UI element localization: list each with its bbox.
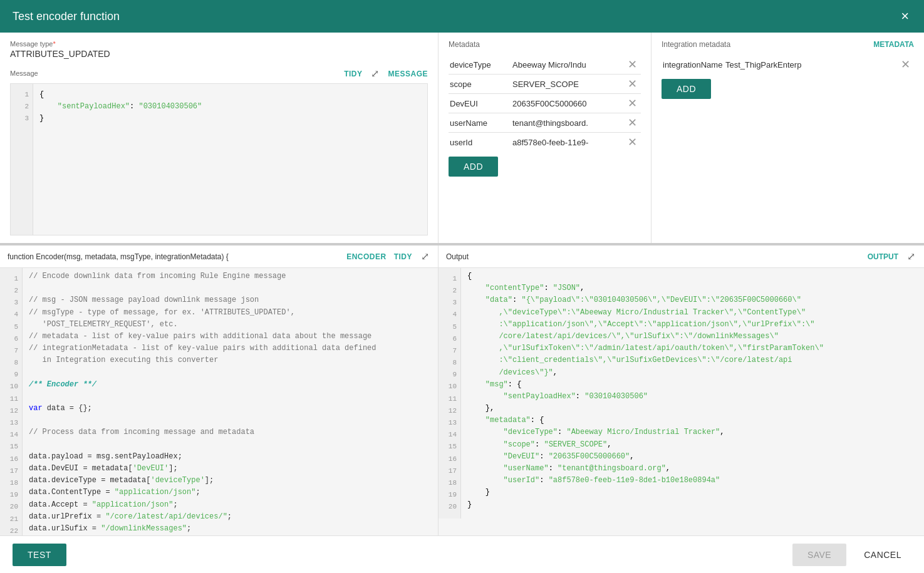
encoder-code-content: // Encode downlink data from incoming Ru… bbox=[23, 268, 438, 535]
metadata-title: Metadata bbox=[449, 40, 480, 49]
integration-table: integrationName Test_ThigParkEnterp ✕ bbox=[662, 55, 914, 74]
dialog-footer: TEST SAVE CANCEL bbox=[0, 535, 924, 573]
metadata-row: DevEUI 20635F00C5000660 ✕ bbox=[449, 94, 641, 113]
meta-delete-cell: ✕ bbox=[623, 133, 641, 152]
meta-delete-cell: ✕ bbox=[623, 113, 641, 133]
cancel-button[interactable]: CANCEL bbox=[854, 544, 911, 566]
meta-delete-button[interactable]: ✕ bbox=[625, 77, 640, 91]
message-code-content: { "sentPayloadHex": "030104030506" } bbox=[33, 84, 427, 235]
message-expand-button[interactable]: ⤢ bbox=[370, 66, 380, 81]
integration-value: Test_ThigParkEnterp bbox=[724, 55, 896, 74]
meta-delete-cell: ✕ bbox=[623, 94, 641, 113]
integration-metadata-panel: Integration metadata METADATA integratio… bbox=[651, 33, 924, 243]
meta-key: userName bbox=[449, 113, 511, 133]
metadata-tag[interactable]: METADATA bbox=[873, 40, 914, 49]
metadata-row: userName tenant@thingsboard. ✕ bbox=[449, 113, 641, 133]
output-label: Output bbox=[446, 252, 469, 261]
integration-panel-header: Integration metadata METADATA bbox=[662, 40, 914, 49]
message-label: Message bbox=[10, 70, 38, 77]
output-expand-button[interactable]: ⤢ bbox=[906, 249, 916, 264]
save-button[interactable]: SAVE bbox=[792, 544, 846, 566]
encoder-tag-button[interactable]: ENCODER bbox=[346, 252, 387, 261]
encoder-expand-button[interactable]: ⤢ bbox=[420, 249, 430, 264]
meta-value: a8f578e0-feeb-11e9- bbox=[511, 133, 623, 152]
dialog-body: Message type* ATTRIBUTES_UPDATED Message… bbox=[0, 33, 924, 535]
message-type-label: Message type* bbox=[10, 40, 428, 48]
test-encoder-dialog: Test encoder function × Message type* AT… bbox=[0, 0, 924, 573]
integration-delete-button[interactable]: ✕ bbox=[898, 58, 913, 71]
dialog-title: Test encoder function bbox=[13, 10, 120, 23]
message-code-editor[interactable]: 1 2 3 { "sentPayloadHex": "030104030506"… bbox=[10, 83, 428, 235]
output-header: Output OUTPUT ⤢ bbox=[439, 245, 924, 268]
message-panel: Message type* ATTRIBUTES_UPDATED Message… bbox=[0, 33, 439, 243]
meta-value: Abeeway Micro/Indu bbox=[511, 55, 623, 75]
output-tag[interactable]: OUTPUT bbox=[868, 252, 898, 261]
tidy-button[interactable]: TIDY bbox=[344, 70, 362, 78]
metadata-panel: Metadata deviceType Abeeway Micro/Indu ✕… bbox=[439, 33, 651, 243]
output-code-content: { "contentType": "JSON", "data": "{\"pay… bbox=[461, 268, 924, 519]
output-line-numbers: 1234567891011121314151617181920 bbox=[439, 268, 461, 519]
integration-add-button[interactable]: ADD bbox=[662, 79, 711, 99]
metadata-table: deviceType Abeeway Micro/Indu ✕ scope SE… bbox=[449, 55, 641, 152]
meta-delete-button[interactable]: ✕ bbox=[625, 116, 640, 130]
meta-value: 20635F00C5000660 bbox=[511, 94, 623, 113]
encoder-function-label: function Encoder(msg, metadata, msgType,… bbox=[8, 252, 346, 261]
meta-value: SERVER_SCOPE bbox=[511, 75, 623, 94]
meta-key: userId bbox=[449, 133, 511, 152]
metadata-panel-header: Metadata bbox=[449, 40, 641, 49]
close-button[interactable]: × bbox=[898, 7, 911, 26]
bottom-section: function Encoder(msg, metadata, msgType,… bbox=[0, 245, 924, 535]
encoder-panel: function Encoder(msg, metadata, msgType,… bbox=[0, 245, 439, 535]
metadata-row: scope SERVER_SCOPE ✕ bbox=[449, 75, 641, 94]
integration-key: integrationName bbox=[662, 55, 724, 74]
output-code-editor[interactable]: 1234567891011121314151617181920 { "conte… bbox=[439, 268, 924, 535]
encoder-tags: ENCODER TIDY ⤢ bbox=[346, 249, 430, 264]
dialog-header: Test encoder function × bbox=[0, 0, 924, 33]
meta-key: scope bbox=[449, 75, 511, 94]
message-header: Message TIDY ⤢ MESSAGE bbox=[10, 66, 428, 81]
encoder-header: function Encoder(msg, metadata, msgType,… bbox=[0, 245, 438, 268]
encoder-line-numbers: 1234567891011121314151617181920212223242… bbox=[0, 268, 23, 535]
integration-metadata-title: Integration metadata bbox=[662, 40, 730, 49]
metadata-add-button[interactable]: ADD bbox=[449, 157, 498, 177]
message-tag-button[interactable]: MESSAGE bbox=[388, 70, 428, 78]
meta-delete-button[interactable]: ✕ bbox=[625, 96, 640, 110]
message-type-value: ATTRIBUTES_UPDATED bbox=[10, 49, 428, 59]
output-panel: Output OUTPUT ⤢ 123456789101112131415161… bbox=[439, 245, 924, 535]
message-line-numbers: 1 2 3 bbox=[11, 84, 33, 235]
meta-delete-button[interactable]: ✕ bbox=[625, 135, 640, 149]
message-type-field: Message type* ATTRIBUTES_UPDATED bbox=[10, 40, 428, 66]
meta-key: deviceType bbox=[449, 55, 511, 75]
meta-delete-cell: ✕ bbox=[623, 55, 641, 75]
top-section: Message type* ATTRIBUTES_UPDATED Message… bbox=[0, 33, 924, 245]
meta-delete-button[interactable]: ✕ bbox=[625, 58, 640, 71]
meta-key: DevEUI bbox=[449, 94, 511, 113]
integration-delete-cell: ✕ bbox=[896, 55, 914, 74]
right-panel: Metadata deviceType Abeeway Micro/Indu ✕… bbox=[439, 33, 924, 243]
encoder-code-editor[interactable]: 1234567891011121314151617181920212223242… bbox=[0, 268, 438, 535]
encoder-tidy-button[interactable]: TIDY bbox=[394, 252, 412, 261]
metadata-row: deviceType Abeeway Micro/Indu ✕ bbox=[449, 55, 641, 75]
meta-delete-cell: ✕ bbox=[623, 75, 641, 94]
metadata-row: userId a8f578e0-feeb-11e9- ✕ bbox=[449, 133, 641, 152]
integration-row: integrationName Test_ThigParkEnterp ✕ bbox=[662, 55, 914, 74]
test-button[interactable]: TEST bbox=[13, 544, 66, 566]
meta-value: tenant@thingsboard. bbox=[511, 113, 623, 133]
